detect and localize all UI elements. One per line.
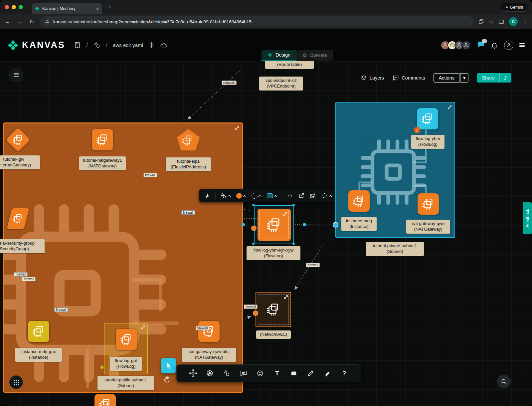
site-settings-icon[interactable] [45,19,50,24]
comment-tool-button[interactable] [238,368,249,379]
node-label-private-subnet[interactable]: tutorial-private-subnet1(Subnet) [366,242,424,256]
designs-icon[interactable] [93,42,100,49]
fill-color-button[interactable] [234,192,248,200]
bookmark-star-icon[interactable]: ☆ [489,18,494,25]
node-label-natgateway1[interactable]: tutorial-natgateway1(NATGateway) [79,156,126,170]
selection-handle-corner[interactable] [252,243,255,245]
help-button[interactable]: ? [339,368,350,379]
node-label-instance-gnx[interactable]: instance-mdq-gnx(Instance) [15,348,62,362]
node-label-network-acl[interactable]: (NetworkACL) [256,330,291,339]
gemini-badge[interactable]: ✦ Gemini [501,3,527,12]
selection-handle-corner[interactable] [292,243,295,245]
text-tool-button[interactable]: T [271,368,283,379]
node-label-nat-bbc[interactable]: nat gateway-qwo-bbc(NATGateway) [182,348,236,362]
node-label-vpc-endpoint[interactable]: vpc endpoint-slz(VPCEndpoint) [259,77,303,91]
connection-dot-orange[interactable] [253,310,258,316]
resize-handle-icon[interactable] [141,325,145,329]
selection-handle-corner[interactable] [292,204,295,206]
node-label-igw[interactable]: tutorial-igw(InternetGateway) [0,155,40,169]
collaborator-avatars[interactable] [441,41,471,50]
node-label-flow-log-center[interactable]: flow log-yhm-kjh-xyw(FlowLog) [247,246,300,260]
resize-handle-icon[interactable] [447,105,452,109]
cloud-sync-icon[interactable] [160,42,167,49]
tab-close-icon[interactable]: × [96,6,99,11]
save-page-icon[interactable] [478,19,484,25]
avatar[interactable] [461,41,471,50]
browser-profile-avatar[interactable]: C [509,17,518,26]
node-partial-bottom[interactable] [94,394,116,406]
window-zoom-button[interactable] [19,5,23,9]
chat-button[interactable]: 0 [477,41,485,50]
tab-design[interactable]: Design [262,50,296,61]
node-flow-log-yhm[interactable] [417,108,438,129]
node-label-nat-qwo[interactable]: nat gateway-qwo(NATGateway) [406,220,450,234]
share-button[interactable]: Share [477,73,499,83]
comments-button[interactable]: Comments [393,75,425,81]
organization-icon[interactable] [74,42,81,49]
omnibox[interactable]: kanvas.new/extension/meshmap?mode=design… [40,16,473,27]
selection-handle-right[interactable] [303,223,306,226]
dot-grid-button[interactable] [9,375,23,389]
resize-handle-icon[interactable] [235,126,239,130]
group-style-button[interactable] [265,192,279,200]
open-in-new-button[interactable] [296,191,306,200]
side-panel-icon[interactable] [498,19,504,25]
frame-tool-button[interactable] [288,368,299,379]
resize-handle-icon[interactable] [284,295,288,299]
forward-button[interactable]: → [16,18,23,25]
connection-dot-yellow[interactable] [100,365,104,369]
actions-dropdown-button[interactable]: ▾ [460,73,468,83]
connection-dot-orange[interactable] [251,226,257,231]
stroke-style-button[interactable] [250,192,264,200]
rename-tool-button[interactable] [285,191,295,200]
tab-operate[interactable]: ⚙ Operate [296,50,333,61]
select-tool-button-active[interactable] [161,358,176,373]
kubernetes-tool-button[interactable] [204,368,216,379]
window-close-button[interactable] [5,5,9,9]
node-instance-mdq[interactable] [348,190,370,212]
node-network-acl[interactable] [256,292,291,327]
reload-button[interactable]: ↻ [28,18,35,25]
browser-menu-icon[interactable]: ⋮ [522,18,528,25]
sticker-tool-button[interactable] [255,368,266,379]
node-label-flow-log-yhm[interactable]: flow log-yhm(FlowLog) [411,135,444,149]
design-canvas[interactable]: (RouteTable) vpc endpoint-slz(VPCEndpoin… [0,61,532,406]
node-flow-log-center[interactable] [258,209,291,241]
window-minimize-button[interactable] [12,5,16,9]
node-flow-log-center-selection[interactable] [254,205,294,244]
node-label-instance-mdq[interactable]: instance-mdq(Instance) [341,217,377,231]
layers-button[interactable]: Layers [361,75,384,81]
node-label-public-subnet[interactable]: tutorial-public-subnet1(Subnet) [97,376,154,390]
configure-tool-button[interactable] [203,191,213,200]
pen-tool-button[interactable] [305,368,316,379]
connection-dot-cyan[interactable] [333,222,338,228]
selection-handle-corner[interactable] [252,204,255,206]
browser-tab[interactable]: Kanvas | Meshery × [32,3,102,14]
zoom-search-button[interactable] [497,375,511,388]
node-flow-log-gpt[interactable] [116,329,137,350]
node-label-routetable[interactable]: (RouteTable) [265,61,314,69]
selection-handle-left[interactable] [242,223,245,226]
node-nat-gateway-bbc[interactable] [198,321,220,342]
lasso-tool-button[interactable] [319,191,334,200]
node-instance-mdq-gnx[interactable] [28,321,49,342]
highlighter-tool-button[interactable] [322,368,333,379]
app-menu-icon[interactable] [519,43,525,48]
components-tool-button[interactable] [187,368,199,379]
user-profile-icon[interactable] [504,41,513,50]
design-file-name[interactable]: aws ec2.yaml [113,42,143,48]
pan-tool-button[interactable] [164,376,171,384]
node-label-flow-log-gpt[interactable]: flow log-gpt(FlowLog) [110,357,142,371]
canvas-menu-button[interactable] [9,68,23,82]
feedback-tab[interactable]: Feedback [523,202,532,234]
notifications-bell-icon[interactable] [491,42,498,49]
node-nat-gateway-qwo[interactable] [418,193,439,215]
copy-link-button[interactable] [499,73,511,83]
add-image-button[interactable] [308,191,318,200]
node-label-eip1[interactable]: tutorial-eip1(ElasticIPAddress) [166,157,211,171]
node-label-security-group[interactable]: tutorial-security-group(SecurityGroup) [0,239,45,253]
snapshot-icon[interactable] [148,42,155,48]
shapes-tool-button[interactable] [221,368,232,379]
back-button[interactable]: ← [4,18,11,25]
new-tab-button[interactable]: + [108,4,112,11]
